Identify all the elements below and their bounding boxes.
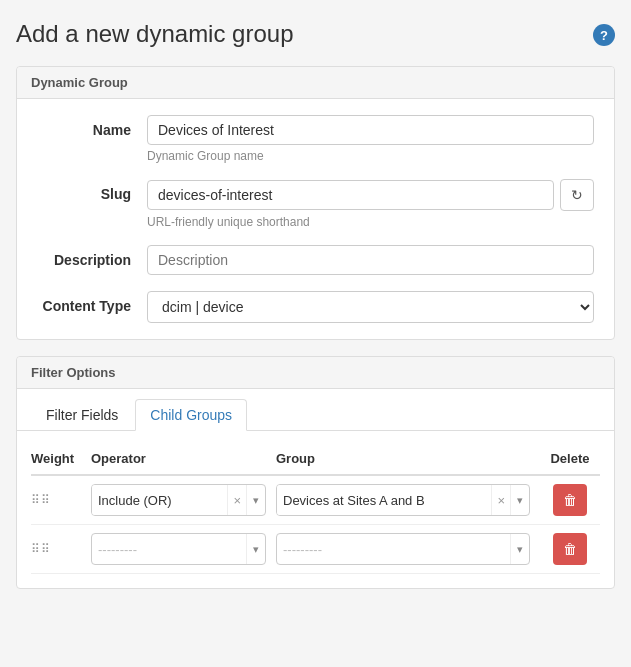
dynamic-group-card: Dynamic Group Name Dynamic Group name Sl…	[16, 66, 615, 340]
tab-child-groups[interactable]: Child Groups	[135, 399, 247, 431]
operator-clear-button[interactable]: ×	[227, 485, 246, 515]
delete-button[interactable]: 🗑	[553, 533, 587, 565]
drag-handle[interactable]: ⠿⠿	[31, 542, 91, 556]
operator-empty-chevron-icon: ▾	[246, 534, 265, 564]
tabs-row: Filter Fields Child Groups	[17, 389, 614, 431]
col-header-group: Group	[276, 451, 540, 466]
slug-label: Slug	[37, 179, 147, 202]
tab-filter-fields[interactable]: Filter Fields	[31, 399, 133, 431]
group-select[interactable]: Devices at Sites A and B	[277, 485, 491, 515]
name-input[interactable]	[147, 115, 594, 145]
group-chevron-icon: ▾	[510, 485, 529, 515]
filter-table-body: Weight Operator Group Delete ⠿⠿ Include …	[17, 431, 614, 588]
operator-empty-select-wrapper: --------- ▾	[91, 533, 266, 565]
slug-help-text: URL-friendly unique shorthand	[147, 215, 594, 229]
content-type-label: Content Type	[37, 291, 147, 314]
group-clear-button[interactable]: ×	[491, 485, 510, 515]
group-empty-chevron-icon: ▾	[510, 534, 529, 564]
table-row: ⠿⠿ --------- ▾ --------- ▾ 🗑	[31, 525, 600, 574]
description-label: Description	[37, 245, 147, 268]
page-title: Add a new dynamic group	[16, 20, 294, 48]
col-header-delete: Delete	[540, 451, 600, 466]
slug-field-group: Slug ↻ URL-friendly unique shorthand	[37, 179, 594, 229]
content-type-field-group: Content Type dcim | device	[37, 291, 594, 323]
table-row: ⠿⠿ Include (OR) × ▾ Devices at Sites A a…	[31, 476, 600, 525]
help-icon[interactable]: ?	[593, 24, 615, 46]
slug-refresh-button[interactable]: ↻	[560, 179, 594, 211]
description-field-group: Description	[37, 245, 594, 275]
dynamic-group-card-header: Dynamic Group	[17, 67, 614, 99]
name-field-group: Name Dynamic Group name	[37, 115, 594, 163]
name-help-text: Dynamic Group name	[147, 149, 594, 163]
delete-button[interactable]: 🗑	[553, 484, 587, 516]
operator-select[interactable]: Include (OR)	[92, 485, 227, 515]
name-label: Name	[37, 115, 147, 138]
operator-empty-placeholder: ---------	[92, 534, 246, 564]
group-empty-placeholder: ---------	[277, 534, 510, 564]
filter-options-card: Filter Options Filter Fields Child Group…	[16, 356, 615, 589]
description-input[interactable]	[147, 245, 594, 275]
operator-chevron-icon: ▾	[246, 485, 265, 515]
group-select-wrapper: Devices at Sites A and B × ▾	[276, 484, 530, 516]
col-header-weight: Weight	[31, 451, 91, 466]
filter-table-header: Weight Operator Group Delete	[31, 445, 600, 476]
content-type-select[interactable]: dcim | device	[147, 291, 594, 323]
filter-options-card-header: Filter Options	[17, 357, 614, 389]
operator-select-wrapper: Include (OR) × ▾	[91, 484, 266, 516]
col-header-operator: Operator	[91, 451, 276, 466]
group-empty-select-wrapper: --------- ▾	[276, 533, 530, 565]
slug-input[interactable]	[147, 180, 554, 210]
drag-handle[interactable]: ⠿⠿	[31, 493, 91, 507]
